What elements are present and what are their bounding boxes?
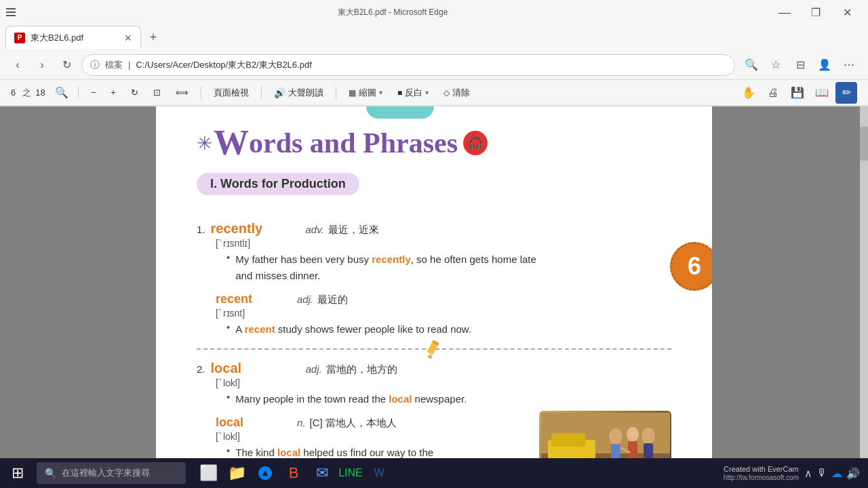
word-recently: recently [211,221,306,237]
new-tab-button[interactable]: + [144,28,163,47]
word-recent-meaning: 最近的 [317,293,348,306]
word-local-pos: adj. [306,363,322,375]
heading-rest: ords and Phrases [249,129,458,157]
title-bar: 東大B2L6.pdf - Microsoft Edge — ❐ ✕ [0,0,868,24]
thumbnail-button[interactable]: ▦ 縮圖 ▾ [343,83,388,102]
taskbar-right: Created with EverCam http://tw.formosaso… [724,465,865,481]
page-view-button[interactable]: 頁面檢視 [208,83,254,102]
local-n-highlight: local [277,447,300,458]
nav-actions: 🔍 ☆ ⊟ 👤 ⋯ [741,54,860,76]
word-number-2: 2. [197,363,205,375]
save-button[interactable]: 💾 [787,82,808,104]
svg-point-18 [642,428,655,444]
immersive-reader-button[interactable]: 📖 [811,82,833,104]
read-aloud-button[interactable]: 🔊 大聲朗讀 [269,83,329,102]
viewport-scrollbar[interactable] [860,106,868,488]
back-button[interactable]: ‹ [8,56,27,75]
nav-bar: ‹ › ↻ ⓘ 檔案 | C:/Users/Acer/Desktop/東大B2/… [0,50,868,80]
brave-button[interactable]: B [281,460,307,486]
svg-rect-2 [6,15,16,16]
watermark-text: Created with EverCam http://tw.formosaso… [724,465,799,481]
onedrive-icon[interactable]: ☁ [831,467,842,480]
highlight-button[interactable]: ■ 反白 ▾ [392,83,434,102]
scrollbar-thumb[interactable] [860,127,868,161]
zoom-in-button[interactable]: + [105,83,121,102]
clear-icon: ◇ [443,88,450,98]
toolbar-divider-4 [336,86,336,100]
bullet-1: • [226,251,230,263]
draw-button[interactable]: ✏ [835,82,857,104]
section-label-container: I. Words for Production [197,173,671,209]
close-button[interactable]: ✕ [831,1,863,23]
minimize-button[interactable]: — [769,1,800,23]
word-number-1: 1. [197,224,205,235]
mail-button[interactable]: ✉ [309,460,335,486]
word-recent-example: • A recent study shows fewer people like… [197,321,671,338]
taskbar-apps: ⬜ 📁 B ✉ LINE W [195,460,392,486]
local-highlight-1: local [389,393,412,405]
total-pages: 18 [35,87,45,98]
zoom-out-button[interactable]: − [85,83,102,102]
word-recently-meaning: 最近，近來 [328,224,379,237]
word-local-meaning: 當地的，地方的 [326,363,397,376]
svg-rect-19 [644,443,653,458]
window-title: 東大B2L6.pdf - Microsoft Edge [338,7,448,18]
word-recently-phonetic: [ˋrɪsntlɪ] [197,238,671,249]
read-aloud-icon: 🔊 [274,87,285,98]
word-recent: recent [216,292,297,306]
active-tab[interactable]: P 東大B2L6.pdf ✕ [5,26,141,49]
svg-point-16 [627,427,639,442]
volume-icon[interactable]: 🔊 [846,467,860,480]
address-prefix: 檔案 [105,59,123,71]
microphone-icon[interactable]: 🎙 [816,467,827,479]
forward-button[interactable]: › [33,56,52,75]
tray-icons: ∧ 🎙 ☁ 🔊 [804,467,860,480]
taskview-button[interactable]: ⬜ [195,460,221,486]
word-recent-variant-row: recent adj. 最近的 [197,292,671,306]
more-button[interactable]: ⋯ [838,54,860,76]
pdf-toolbar: 6 之 18 🔍 − + ↻ ⊡ ⟺ 頁面檢視 🔊 大聲朗讀 ▦ 縮圖 ▾ ■ … [0,80,868,106]
fullwidth-button[interactable]: ⟺ [170,83,194,102]
address-bar[interactable]: ⓘ 檔案 | C:/Users/Acer/Desktop/東大B2/東大B2L6… [81,54,735,76]
page-top-decoration [366,106,434,119]
refresh-button[interactable]: ↻ [57,56,76,75]
edge-button[interactable] [252,460,278,486]
print-button[interactable]: 🖨 [762,82,784,104]
explorer-button[interactable]: 📁 [224,460,250,486]
hand-tool-button[interactable]: ✋ [738,82,760,104]
tab-close-button[interactable]: ✕ [124,33,132,43]
chevron-up-icon[interactable]: ∧ [804,467,812,480]
taskbar-search-bar[interactable]: 🔍 在這裡輸入文字來搜尋 [37,462,186,484]
tab-favicon: P [14,33,25,43]
zoom-button[interactable]: 🔍 [741,54,762,76]
clear-button[interactable]: ◇ 清除 [438,83,475,102]
word-recently-pos: adv. [306,224,324,235]
favorites-star-button[interactable]: ☆ [765,54,787,76]
heading-w: W [214,125,249,161]
rotate-button[interactable]: ↻ [125,83,144,102]
local-example-text: Many people in the town read the local n… [235,391,467,407]
word-recent-phonetic: [ˋrɪsnt] [197,308,671,319]
window-menu-icon[interactable] [5,7,16,18]
watermark-url: http://tw.formosasoft.com [724,474,799,481]
maximize-button[interactable]: ❐ [800,1,831,23]
word-button[interactable]: W [366,460,392,486]
thumbnail-dropdown-icon: ▾ [379,89,382,96]
address-text: C:/Users/Acer/Desktop/東大B2/東大B2L6.pdf [136,59,311,71]
profile-button[interactable]: 👤 [814,54,835,76]
window-controls: — ❐ ✕ [769,1,863,23]
line-button[interactable]: LINE [338,460,363,486]
pencil-icon [423,339,445,361]
search-pdf-button[interactable]: 🔍 [52,83,71,102]
collections-button[interactable]: ⊟ [789,54,811,76]
svg-rect-15 [611,444,620,459]
pdf-page: ✳ W ords and Phrases 🎧 I. Words for Prod… [156,106,712,488]
svg-rect-9 [551,433,585,447]
fit-button[interactable]: ⊡ [148,83,166,102]
browser-chrome: 東大B2L6.pdf - Microsoft Edge — ❐ ✕ P 東大B2… [0,0,868,106]
pencil-decoration [423,339,445,363]
toolbar-divider-3 [261,86,262,100]
svg-rect-17 [628,441,637,458]
start-button[interactable]: ⊞ [3,458,33,488]
section-heading-area: ✳ W ords and Phrases 🎧 [197,125,671,161]
